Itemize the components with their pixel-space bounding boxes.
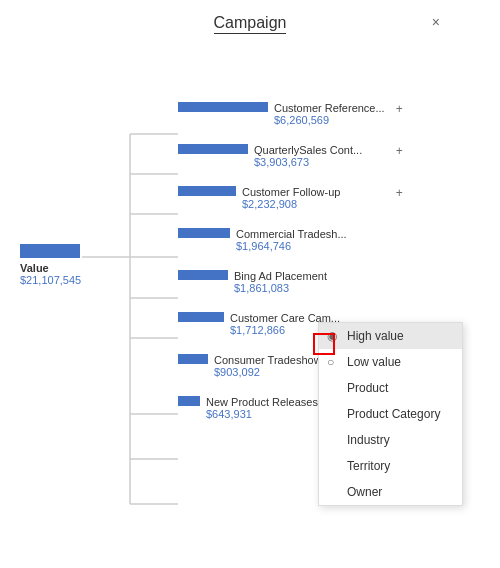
campaign-name: Commercial Tradesh... bbox=[236, 228, 347, 240]
list-item: Customer Follow-up $2,232,908 + bbox=[178, 186, 385, 210]
item-info: Customer Reference... $6,260,569 bbox=[274, 102, 385, 126]
chart-area: Value $21,107,545 Customer Reference... … bbox=[0, 44, 500, 554]
bar-wrap bbox=[178, 102, 268, 114]
item-info: New Product Releases $643,931 bbox=[206, 396, 318, 420]
expand-icon[interactable]: + bbox=[396, 102, 403, 116]
header: Campaign × bbox=[0, 0, 500, 44]
value-amount: $21,107,545 bbox=[20, 274, 81, 286]
radio-empty-icon: ○ bbox=[327, 355, 334, 369]
campaign-bar bbox=[178, 270, 228, 280]
campaign-bar bbox=[178, 354, 208, 364]
menu-label: Product bbox=[347, 381, 388, 395]
item-info: Consumer Tradeshow $903,092 bbox=[214, 354, 322, 378]
list-item: QuarterlySales Cont... $3,903,673 + bbox=[178, 144, 385, 168]
campaign-value: $1,964,746 bbox=[236, 240, 347, 252]
list-item: Commercial Tradesh... $1,964,746 bbox=[178, 228, 385, 252]
campaign-value: $643,931 bbox=[206, 408, 318, 420]
menu-item-territory[interactable]: Territory bbox=[319, 453, 462, 479]
context-menu: ◉ High value ○ Low value Product Product… bbox=[318, 322, 463, 506]
page-container: Campaign × Value $21,107,545 bbox=[0, 0, 500, 568]
campaign-value: $2,232,908 bbox=[242, 198, 340, 210]
item-info: Commercial Tradesh... $1,964,746 bbox=[236, 228, 347, 252]
menu-item-industry[interactable]: Industry bbox=[319, 427, 462, 453]
campaign-bar bbox=[178, 144, 248, 154]
menu-item-product[interactable]: Product bbox=[319, 375, 462, 401]
value-label: Value bbox=[20, 262, 81, 274]
page-title: Campaign bbox=[214, 14, 287, 34]
campaign-name: QuarterlySales Cont... bbox=[254, 144, 362, 156]
menu-label: High value bbox=[347, 329, 404, 343]
bar-wrap bbox=[178, 312, 224, 324]
menu-label: Product Category bbox=[347, 407, 440, 421]
campaign-bar bbox=[178, 396, 200, 406]
item-info: Bing Ad Placement $1,861,083 bbox=[234, 270, 327, 294]
bar-wrap bbox=[178, 228, 230, 240]
campaign-name: Customer Reference... bbox=[274, 102, 385, 114]
menu-label: Territory bbox=[347, 459, 390, 473]
campaign-value: $3,903,673 bbox=[254, 156, 362, 168]
bar-wrap bbox=[178, 144, 248, 156]
bar-wrap bbox=[178, 396, 200, 408]
menu-item-high-value[interactable]: ◉ High value bbox=[319, 323, 462, 349]
expand-icon[interactable]: + bbox=[396, 144, 403, 158]
campaign-bar bbox=[178, 228, 230, 238]
list-item: Customer Reference... $6,260,569 + bbox=[178, 102, 385, 126]
campaign-value: $903,092 bbox=[214, 366, 322, 378]
expand-icon[interactable]: + bbox=[396, 186, 403, 200]
close-icon[interactable]: × bbox=[432, 14, 440, 30]
campaign-name: Consumer Tradeshow bbox=[214, 354, 322, 366]
campaign-bar bbox=[178, 102, 268, 112]
value-node: Value $21,107,545 bbox=[20, 244, 81, 286]
menu-label: Low value bbox=[347, 355, 401, 369]
list-item: Bing Ad Placement $1,861,083 bbox=[178, 270, 385, 294]
campaign-value: $6,260,569 bbox=[274, 114, 385, 126]
menu-label: Owner bbox=[347, 485, 382, 499]
campaign-bar bbox=[178, 186, 236, 196]
bar-wrap bbox=[178, 186, 236, 198]
menu-item-product-category[interactable]: Product Category bbox=[319, 401, 462, 427]
value-bar bbox=[20, 244, 80, 258]
campaign-name: New Product Releases bbox=[206, 396, 318, 408]
campaign-value: $1,861,083 bbox=[234, 282, 327, 294]
menu-item-low-value[interactable]: ○ Low value bbox=[319, 349, 462, 375]
item-info: QuarterlySales Cont... $3,903,673 bbox=[254, 144, 362, 168]
item-info: Customer Follow-up $2,232,908 bbox=[242, 186, 340, 210]
campaign-bar bbox=[178, 312, 224, 322]
menu-item-owner[interactable]: Owner bbox=[319, 479, 462, 505]
bar-wrap bbox=[178, 270, 228, 282]
radio-filled-icon: ◉ bbox=[327, 329, 337, 343]
bar-wrap bbox=[178, 354, 208, 366]
campaign-name: Customer Follow-up bbox=[242, 186, 340, 198]
menu-label: Industry bbox=[347, 433, 390, 447]
campaign-name: Bing Ad Placement bbox=[234, 270, 327, 282]
